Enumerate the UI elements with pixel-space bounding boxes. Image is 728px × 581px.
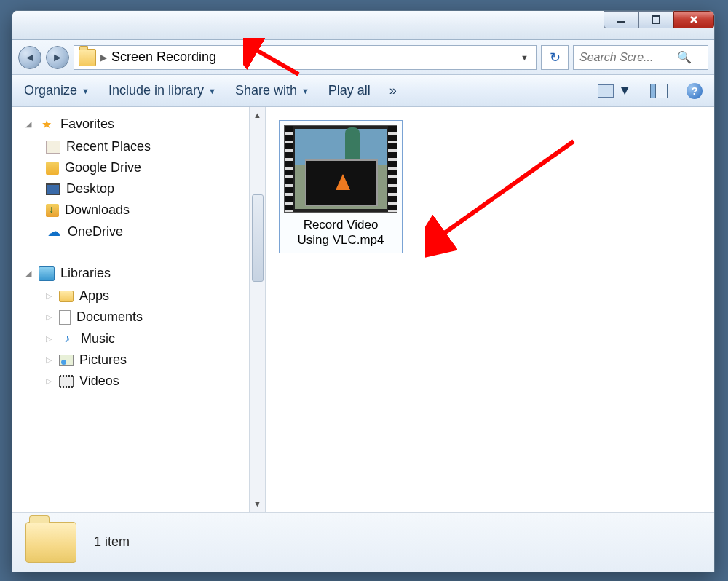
refresh-button[interactable]: ↻ [541, 45, 569, 70]
expand-icon[interactable]: ▷ [46, 312, 53, 322]
search-icon: 🔍 [677, 50, 692, 64]
share-label: Share with [235, 83, 297, 98]
sidebar-item-pictures[interactable]: ▷Pictures [46, 349, 265, 371]
favorites-group: ◢ ★ Favorites Recent Places Google Drive… [25, 116, 265, 242]
playall-label: Play all [328, 83, 371, 98]
libraries-label: Libraries [60, 266, 111, 281]
sidebar-item-label: Music [81, 331, 115, 347]
sidebar-item-downloads[interactable]: Downloads [46, 199, 265, 221]
sidebar-item-documents[interactable]: ▷Documents [46, 307, 265, 328]
sidebar-item-label: OneDrive [68, 224, 123, 240]
scroll-up-icon[interactable]: ▲ [250, 107, 265, 123]
file-pane[interactable]: Record Video Using VLC.mp4 [266, 107, 714, 512]
explorer-window: ◄ ► ▶ Screen Recording ▼ ↻ 🔍 Organize▼ I… [12, 10, 715, 572]
sidebar-item-label: Apps [79, 288, 109, 304]
folder-icon [25, 522, 76, 563]
address-bar[interactable]: ▶ Screen Recording ▼ [74, 45, 537, 70]
organize-button[interactable]: Organize▼ [24, 83, 90, 98]
gdrive-icon [46, 162, 59, 175]
include-label: Include in library [108, 83, 204, 98]
status-bar: 1 item [12, 512, 714, 572]
favorites-header[interactable]: ◢ ★ Favorites [25, 116, 265, 132]
toolbar: Organize▼ Include in library▼ Share with… [12, 75, 714, 107]
music-icon: ♪ [59, 331, 75, 347]
back-button[interactable]: ◄ [18, 46, 41, 69]
share-button[interactable]: Share with▼ [235, 83, 309, 98]
titlebar[interactable] [12, 11, 714, 40]
window-controls [604, 11, 714, 28]
scroll-thumb[interactable] [252, 194, 264, 282]
chevron-down-icon: ▼ [301, 87, 309, 95]
chevron-down-icon: ▼ [82, 87, 90, 95]
address-dropdown-icon[interactable]: ▼ [518, 53, 531, 62]
sidebar-item-label: Documents [76, 309, 143, 325]
view-icon [598, 84, 614, 98]
help-button[interactable]: ? [687, 83, 703, 99]
breadcrumb-current[interactable]: Screen Recording [111, 50, 513, 65]
forward-button[interactable]: ► [46, 46, 69, 69]
file-name-line: Using VLC.mp4 [284, 232, 397, 248]
maximize-button[interactable] [638, 11, 673, 28]
folder-icon [59, 290, 74, 302]
sidebar-item-videos[interactable]: ▷Videos [46, 371, 265, 392]
downloads-icon [46, 204, 59, 217]
sidebar-item-onedrive[interactable]: ☁OneDrive [46, 221, 265, 242]
sidebar-scrollbar[interactable]: ▲ ▼ [249, 107, 265, 512]
search-box[interactable]: 🔍 [573, 45, 708, 70]
videos-icon [59, 376, 74, 387]
view-button[interactable]: ▼ [598, 83, 631, 98]
sidebar-item-label: Google Drive [65, 160, 141, 175]
sidebar-item-desktop[interactable]: Desktop [46, 178, 265, 199]
sidebar: ◢ ★ Favorites Recent Places Google Drive… [12, 107, 266, 512]
expand-icon[interactable]: ▷ [46, 355, 53, 365]
sidebar-item-label: Pictures [79, 352, 127, 368]
close-button[interactable] [673, 11, 714, 28]
favorites-label: Favorites [60, 116, 114, 132]
expand-icon[interactable]: ▷ [46, 334, 53, 344]
libraries-header[interactable]: ◢ Libraries [25, 266, 265, 281]
more-button[interactable]: » [389, 83, 397, 98]
svg-rect-1 [652, 16, 660, 23]
nav-tree: ◢ ★ Favorites Recent Places Google Drive… [12, 107, 265, 424]
breadcrumb-separator-icon: ▶ [100, 52, 107, 63]
onedrive-icon: ☁ [46, 224, 62, 240]
chevron-down-icon: ▼ [208, 87, 216, 95]
search-input[interactable] [579, 51, 673, 64]
sidebar-item-apps[interactable]: ▷Apps [46, 285, 265, 307]
status-text: 1 item [94, 534, 130, 550]
sidebar-item-google-drive[interactable]: Google Drive [46, 157, 265, 178]
collapse-icon[interactable]: ◢ [25, 269, 33, 278]
body: ◢ ★ Favorites Recent Places Google Drive… [12, 107, 714, 512]
pane-icon [650, 84, 668, 98]
desktop-icon [46, 183, 60, 195]
sidebar-item-label: Downloads [65, 202, 130, 218]
folder-icon [79, 49, 96, 66]
recent-icon [46, 141, 60, 154]
pictures-icon [59, 355, 74, 366]
include-library-button[interactable]: Include in library▼ [108, 83, 216, 98]
more-label: » [389, 83, 397, 98]
minimize-button[interactable] [604, 11, 638, 28]
file-name-line: Record Video [284, 217, 397, 232]
scroll-down-icon[interactable]: ▼ [250, 496, 265, 512]
file-label: Record Video Using VLC.mp4 [284, 213, 397, 248]
sidebar-item-label: Recent Places [66, 139, 151, 154]
video-thumbnail [284, 125, 397, 213]
expand-icon[interactable]: ▷ [46, 291, 53, 301]
collapse-icon[interactable]: ◢ [25, 119, 33, 129]
libraries-icon [39, 266, 55, 281]
playall-button[interactable]: Play all [328, 83, 371, 98]
libraries-group: ◢ Libraries ▷Apps ▷Documents ▷♪Music ▷Pi… [25, 266, 265, 392]
nav-row: ◄ ► ▶ Screen Recording ▼ ↻ 🔍 [12, 40, 714, 75]
sidebar-item-recent-places[interactable]: Recent Places [46, 136, 265, 157]
organize-label: Organize [24, 83, 77, 98]
chevron-down-icon: ▼ [618, 83, 631, 98]
star-icon: ★ [39, 116, 55, 132]
preview-pane-button[interactable] [650, 84, 668, 98]
sidebar-item-label: Videos [79, 374, 119, 389]
vlc-cone-icon [336, 174, 350, 190]
sidebar-item-label: Desktop [66, 181, 114, 197]
sidebar-item-music[interactable]: ▷♪Music [46, 328, 265, 349]
expand-icon[interactable]: ▷ [46, 376, 53, 386]
file-item[interactable]: Record Video Using VLC.mp4 [279, 120, 403, 253]
